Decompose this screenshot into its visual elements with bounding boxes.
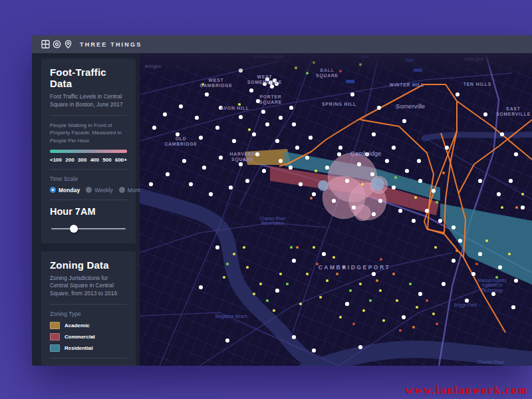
data-dot <box>252 132 256 136</box>
data-dot <box>352 205 356 209</box>
data-dot <box>372 272 376 276</box>
pin-icon[interactable] <box>64 40 72 49</box>
road-shield <box>406 59 414 62</box>
zoning-legend-commercial: Commercial <box>50 333 127 340</box>
data-dot <box>336 273 338 275</box>
radio-monday[interactable]: Monday <box>50 187 80 194</box>
data-dot <box>380 258 382 261</box>
commercial-swatch <box>50 333 60 340</box>
data-dot <box>315 170 317 172</box>
data-dot <box>359 283 362 285</box>
data-dot <box>265 122 269 126</box>
data-dot <box>229 186 233 190</box>
data-dot <box>509 179 513 183</box>
data-dot <box>296 246 299 249</box>
data-dot <box>456 92 460 96</box>
road-shield <box>346 80 354 83</box>
app-window: THREE THINGS Foot-Traffic Data Foot Traf… <box>32 35 532 366</box>
zoning-legend-academic: Academic <box>50 322 127 329</box>
data-dot <box>295 146 299 150</box>
divider <box>50 169 127 170</box>
foot-traffic-title: Foot-Traffic Data <box>50 66 127 89</box>
slider-track[interactable] <box>51 228 126 229</box>
map-label: HARVARDSQUARE <box>230 152 256 162</box>
divider <box>50 200 127 200</box>
data-dot <box>292 122 296 126</box>
sidebar: Foot-Traffic Data Foot Traffic Levels in… <box>32 53 140 366</box>
data-dot <box>521 193 524 196</box>
zone-residential-big <box>440 203 532 285</box>
radio-dot <box>50 187 56 193</box>
data-dot <box>295 66 297 69</box>
radio-weekly[interactable]: Weekly <box>86 187 113 194</box>
data-dot <box>497 192 501 196</box>
data-dot <box>292 335 296 339</box>
target-icon[interactable] <box>53 40 61 49</box>
data-dot <box>359 63 362 66</box>
data-dot <box>394 176 397 179</box>
data-dot <box>498 265 502 269</box>
data-dot <box>279 116 283 120</box>
data-dot <box>452 259 456 263</box>
data-dot <box>345 179 349 183</box>
data-dot <box>202 166 206 170</box>
data-dot <box>199 285 203 289</box>
legend-label: Residential <box>65 345 93 351</box>
data-dot <box>362 309 365 312</box>
map-label: CAMBRIDGEPORT <box>319 264 391 271</box>
data-dot <box>166 172 170 176</box>
data-dot <box>456 249 458 252</box>
map-label: SPRING HILL <box>322 102 356 106</box>
data-dot <box>361 183 364 186</box>
data-dot <box>442 282 446 286</box>
data-dot <box>286 283 289 285</box>
data-dot <box>255 152 259 156</box>
data-dot <box>382 319 385 322</box>
data-dot <box>243 246 245 249</box>
radio-monthly[interactable]: Monthly <box>119 187 140 194</box>
time-scale-label: Time Scale <box>50 176 127 182</box>
map-area[interactable]: ArlingtonMedford HillsideWellingtonWESTS… <box>140 53 532 366</box>
hour-slider[interactable] <box>51 225 126 233</box>
zoning-legend-residential: Residential <box>50 344 127 352</box>
app-title: THREE THINGS <box>80 41 142 48</box>
data-dot <box>332 256 335 259</box>
hour-value: Hour 7AM <box>50 206 127 217</box>
data-dot <box>289 166 293 170</box>
map-label: Briggs Field <box>454 303 477 308</box>
map-label: PORTERSQUARE <box>259 94 282 105</box>
data-dot <box>352 323 355 325</box>
data-dot <box>233 253 235 255</box>
scale-label: 200 <box>65 157 74 163</box>
radio-label: Monday <box>59 187 80 194</box>
data-dot <box>412 219 416 223</box>
data-dot <box>179 104 183 108</box>
map-label: MassachusettsInstitute ofTechnology <box>477 278 507 293</box>
data-dot <box>418 179 422 183</box>
data-dot <box>312 192 316 196</box>
data-dot <box>199 136 203 140</box>
data-dot <box>345 302 349 306</box>
grid-icon[interactable] <box>41 40 50 49</box>
data-dot <box>372 132 376 136</box>
map-label: WINTER HILL <box>390 82 425 87</box>
data-dot <box>369 299 372 302</box>
data-dot <box>149 182 153 186</box>
data-dot <box>409 283 412 285</box>
data-dot <box>215 126 219 130</box>
data-dot <box>226 263 229 265</box>
divider <box>50 358 127 358</box>
data-dot <box>182 159 186 163</box>
data-dot <box>337 152 341 156</box>
data-dot <box>511 305 515 309</box>
scale-label: 600+ <box>115 157 127 163</box>
slider-handle[interactable] <box>70 225 78 233</box>
data-dot <box>432 313 435 315</box>
data-dot <box>412 326 415 329</box>
road-shield <box>361 55 370 58</box>
data-dot <box>426 299 428 302</box>
residential-swatch <box>50 344 60 352</box>
map-canvas[interactable]: ArlingtonMedford HillsideWellingtonWESTS… <box>140 53 532 366</box>
data-dot <box>396 299 398 302</box>
foot-traffic-legend-caption: People Walking in Front of Property Faca… <box>50 122 127 145</box>
